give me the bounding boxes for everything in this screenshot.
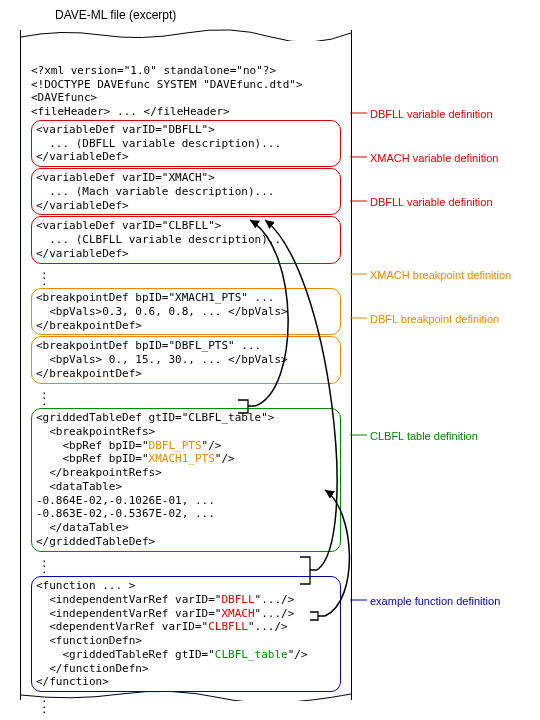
gt-bprefs-open: <breakpointRefs> [36, 425, 155, 438]
bp2-open: <breakpointDef bpID="DBFL_PTS" ... [36, 339, 261, 352]
gt-bpref2: <bpRef bpID="XMACH1_PTS"/> [36, 452, 235, 465]
var1-close: </variableDef> [36, 150, 129, 163]
breakpoint-def-1: <breakpointDef bpID="XMACH1_PTS" ... <bp… [31, 288, 341, 335]
fn-dv: <dependentVarRef varID="CLBFLL".../> [36, 620, 288, 633]
fn-defn-close: </functionDefn> [36, 662, 149, 675]
fn-defn-open: <functionDefn> [36, 634, 142, 647]
bp2-vals: <bpVals> 0., 15., 30., ... </bpVals> [36, 353, 288, 366]
annot-fn: example function definition [370, 595, 500, 607]
var1-open: <variableDef varID="DBFLL"> [36, 123, 215, 136]
doctype: <!DOCTYPE DAVEfunc SYSTEM "DAVEfunc.dtd"… [31, 78, 303, 91]
fn-close: </function> [36, 675, 109, 688]
annot-bp2: DBFL breakpoint definition [370, 313, 499, 325]
ellipsis-icon: . . . [31, 696, 341, 713]
gt-bprefs-close: </breakpointRefs> [36, 466, 162, 479]
annot-var3: DBFLL variable definition [370, 196, 493, 208]
var2-body: ... (Mach variable description)... [36, 185, 274, 198]
ellipsis-icon: . . . [31, 388, 341, 405]
annot-gt: CLBFL table definition [370, 430, 478, 442]
code-content: <?xml version="1.0" standalone="no"?> <!… [31, 50, 341, 680]
gt-row2: -0.863E-02,-0.5367E-02, ... [36, 507, 215, 520]
gt-bpref1: <bpRef bpID="DBFL_PTS"/> [36, 439, 221, 452]
var3-body: ... (CLBFLL variable description)... [36, 233, 288, 246]
ellipsis-icon: . . . [31, 268, 341, 285]
var-def-2: <variableDef varID="XMACH"> ... (Mach va… [31, 168, 341, 215]
var2-close: </variableDef> [36, 199, 129, 212]
annot-var1: DBFLL variable definition [370, 108, 493, 120]
var1-body: ... (DBFLL variable description)... [36, 137, 281, 150]
var-def-1: <variableDef varID="DBFLL"> ... (DBFLL v… [31, 120, 341, 167]
root-open: <DAVEfunc> [31, 91, 97, 104]
bp2-close: </breakpointDef> [36, 367, 142, 380]
var2-open: <variableDef varID="XMACH"> [36, 171, 215, 184]
gridded-table-def: <griddedTableDef gtID="CLBFL_table"> <br… [31, 408, 341, 552]
gt-row1: -0.864E-02,-0.1026E-01, ... [36, 494, 215, 507]
fn-gtref: <griddedTableRef gtID="CLBFL_table"/> [36, 648, 308, 661]
bp1-close: </breakpointDef> [36, 319, 142, 332]
breakpoint-def-2: <breakpointDef bpID="DBFL_PTS" ... <bpVa… [31, 336, 341, 383]
bp1-vals: <bpVals>0.3, 0.6, 0.8, ... </bpVals> [36, 305, 288, 318]
fn-iv2: <independentVarRef varID="XMACH".../> [36, 607, 294, 620]
paper-excerpt: <?xml version="1.0" standalone="no"?> <!… [20, 30, 352, 700]
var3-open: <variableDef varID="CLBFLL"> [36, 219, 221, 232]
gt-dt-open: <dataTable> [36, 480, 122, 493]
diagram-title: DAVE-ML file (excerpt) [55, 8, 176, 22]
fn-open: <function ... > [36, 579, 135, 592]
annot-var2: XMACH variable definition [370, 152, 498, 164]
var-def-3: <variableDef varID="CLBFLL"> ... (CLBFLL… [31, 216, 341, 263]
fn-iv1: <independentVarRef varID="DBFLL".../> [36, 593, 294, 606]
var3-close: </variableDef> [36, 247, 129, 260]
fileheader: <fileHeader> ... </fileHeader> [31, 105, 230, 118]
ellipsis-icon: . . . [31, 556, 341, 573]
torn-edge-top [21, 29, 351, 41]
annot-bp1: XMACH breakpoint definition [370, 269, 511, 281]
gt-close: </griddedTableDef> [36, 535, 155, 548]
xml-decl: <?xml version="1.0" standalone="no"?> [31, 64, 276, 77]
gt-open: <griddedTableDef gtID="CLBFL_table"> [36, 411, 274, 424]
function-def: <function ... > <independentVarRef varID… [31, 576, 341, 692]
bp1-open: <breakpointDef bpID="XMACH1_PTS" ... [36, 291, 274, 304]
gt-dt-close: </dataTable> [36, 521, 129, 534]
